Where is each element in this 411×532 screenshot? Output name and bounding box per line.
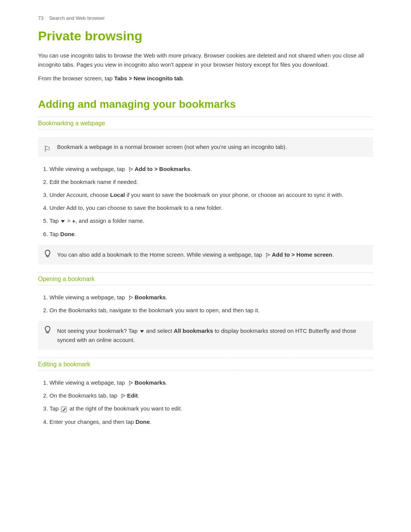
open-step-1: While viewing a webpage, tap ⋮ > Bookmar…	[49, 293, 373, 302]
step1-bold: Add to > Bookmarks	[135, 166, 190, 172]
open-step-2: On the Bookmarks tab, navigate to the bo…	[49, 306, 373, 315]
bookmarking-note-text: Bookmark a webpage in a normal browser s…	[57, 144, 287, 150]
opening-steps: While viewing a webpage, tap ⋮ > Bookmar…	[49, 293, 373, 315]
edit-step-2: On the Bookmarks tab, tap ⋮ > Edit.	[49, 391, 373, 400]
flag-icon: ⚐	[43, 142, 51, 156]
private-browsing-paragraph2: From the browser screen, tap Tabs > New …	[38, 74, 373, 83]
edit-step4-bold: Done	[135, 419, 150, 425]
edit-step1-prefix: While viewing a webpage, tap	[49, 379, 127, 386]
tip2-middle: and select	[145, 328, 174, 334]
tip-lightbulb-icon-2	[43, 326, 52, 337]
pencil-edit-icon	[61, 404, 67, 414]
step3-suffix: if you want to save the bookmark on your…	[125, 192, 343, 198]
edit-step1-suffix: .	[166, 379, 167, 386]
step1-prefix: While viewing a webpage, tap	[49, 166, 127, 172]
opening-tip: Not seeing your bookmark? Tap and select…	[38, 321, 373, 350]
private-browsing-paragraph1: You can use incognito tabs to browse the…	[38, 51, 373, 69]
tip2-prefix: Not seeing your bookmark? Tap	[57, 328, 139, 334]
edit-step3-suffix: at the right of the bookmark you want to…	[68, 405, 182, 412]
open-step2-text: On the Bookmarks tab, navigate to the bo…	[49, 307, 260, 313]
svg-point-0	[48, 257, 48, 258]
open-step1-bold: Bookmarks	[135, 294, 166, 300]
paragraph2-prefix: From the browser screen, tap	[38, 75, 114, 81]
step-5: Tap > +, and assign a folder name.	[49, 216, 373, 226]
bookmarking-header: Bookmarking a webpage	[38, 117, 373, 129]
edit-step4-prefix: Enter your changes, and then tap	[49, 419, 135, 425]
step5-prefix: Tap	[49, 217, 60, 224]
tip1-bold: Add to > Home screen	[272, 251, 332, 258]
edit-step1-middle: >	[128, 379, 135, 386]
page-number: 73 Search and Web browser	[38, 15, 373, 21]
step-6: Tap Done.	[49, 230, 373, 239]
step3-bold: Local	[110, 192, 125, 198]
edit-step-4: Enter your changes, and then tap Done.	[49, 417, 373, 427]
step2-text: Edit the bookmark name if needed.	[49, 179, 138, 185]
triangle-down-icon-2	[140, 330, 144, 333]
step3-prefix: Under Account, choose	[49, 192, 110, 198]
step6-prefix: Tap	[49, 231, 60, 237]
edit-step-3: Tap at the right of the bookmark you wan…	[49, 404, 373, 414]
edit-step1-bold: Bookmarks	[135, 379, 166, 386]
tip1-suffix: >	[265, 251, 272, 258]
plus-icon: +	[72, 217, 75, 226]
edit-step2-middle: >	[121, 392, 127, 399]
paragraph2-bold: Tabs > New incognito tab	[114, 75, 183, 81]
bookmarking-tip: You can also add a bookmark to the Home …	[38, 245, 373, 265]
editing-header: Editing a bookmark	[38, 358, 373, 371]
edit-step2-bold: Edit	[127, 392, 138, 399]
bookmarks-title: Adding and managing your bookmarks	[38, 98, 373, 110]
opening-header: Opening a bookmark	[38, 272, 373, 285]
private-browsing-title: Private browsing	[38, 29, 373, 43]
step-4: Under Add to, you can choose to save the…	[49, 203, 373, 212]
editing-steps: While viewing a webpage, tap ⋮ > Bookmar…	[49, 378, 373, 427]
step4-text: Under Add to, you can choose to save the…	[49, 204, 222, 211]
tip2-bold: All bookmarks	[174, 328, 213, 334]
triangle-down-icon	[61, 220, 65, 223]
step5-middle: >	[65, 217, 72, 224]
step1-middle: >	[128, 166, 135, 172]
step-2: Edit the bookmark name if needed.	[49, 177, 373, 187]
edit-step-1: While viewing a webpage, tap ⋮ > Bookmar…	[49, 378, 373, 387]
edit-step3-prefix: Tap	[49, 405, 60, 412]
edit-step2-prefix: On the Bookmarks tab, tap	[49, 392, 119, 399]
step6-bold: Done	[60, 231, 75, 237]
step5-suffix: , and assign a folder name.	[75, 217, 144, 224]
paragraph2-suffix: .	[183, 75, 184, 81]
open-step1-prefix: While viewing a webpage, tap	[49, 294, 127, 300]
open-step1-middle: >	[128, 294, 135, 300]
tip-lightbulb-icon-1	[43, 249, 52, 260]
step-3: Under Account, choose Local if you want …	[49, 190, 373, 200]
tip1-prefix: You can also add a bookmark to the Home …	[57, 251, 264, 258]
tip1-end: .	[332, 251, 334, 258]
bookmarking-note: ⚐ Bookmark a webpage in a normal browser…	[38, 137, 373, 157]
open-step1-suffix: .	[166, 294, 167, 300]
step1-suffix: .	[190, 166, 192, 172]
step6-suffix: .	[75, 231, 76, 237]
bookmarking-steps: While viewing a webpage, tap ⋮ > Add to …	[49, 165, 373, 239]
step-1: While viewing a webpage, tap ⋮ > Add to …	[49, 165, 373, 174]
edit-step4-suffix: .	[150, 419, 151, 425]
edit-step2-suffix: .	[138, 392, 139, 399]
